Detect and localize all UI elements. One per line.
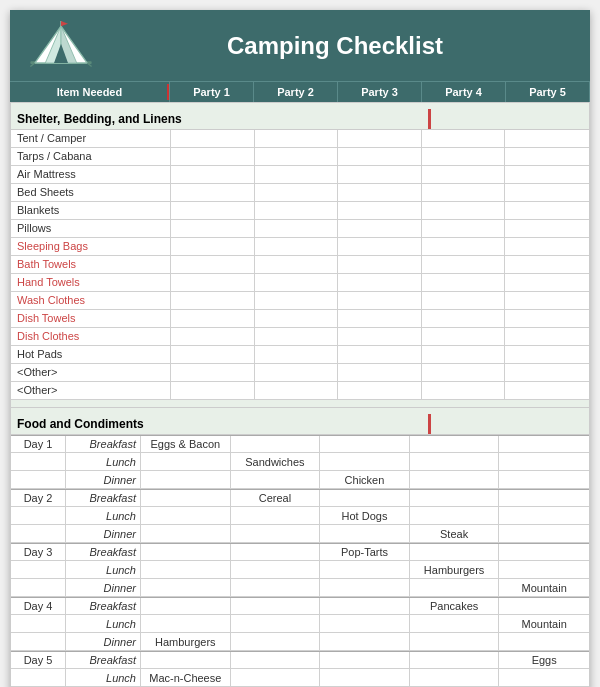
food-row: Lunch Sandwiches <box>11 453 589 471</box>
food-party-cell <box>410 633 500 650</box>
day-label: Day 5 <box>11 652 66 668</box>
food-party-cell: Eggs <box>499 652 589 668</box>
food-party-cell <box>231 579 321 596</box>
party-cell <box>422 382 506 399</box>
food-party-cell <box>141 561 231 578</box>
meal-cell: Dinner <box>66 633 141 650</box>
food-row: Day 4 Breakfast Pancakes <box>11 597 589 615</box>
food-party-cell <box>231 507 321 524</box>
meal-cell: Breakfast <box>66 490 141 506</box>
table-row: Hand Towels <box>11 274 589 292</box>
party-cell <box>338 346 422 363</box>
tent-icon <box>26 18 96 73</box>
meal-cell: Dinner <box>66 471 141 488</box>
food-party-cell <box>141 490 231 506</box>
food-row: Dinner Chicken <box>11 471 589 489</box>
party-cell <box>422 256 506 273</box>
food-party-cell: Mountain <box>499 615 589 632</box>
party-cell <box>505 292 589 309</box>
day-spacer <box>11 615 66 632</box>
food-party-cell <box>231 544 321 560</box>
food-party-cell <box>499 507 589 524</box>
day-label: Day 3 <box>11 544 66 560</box>
meal-cell: Lunch <box>66 453 141 470</box>
food-party-cell <box>499 633 589 650</box>
food-party-cell <box>141 544 231 560</box>
item-cell: Bath Towels <box>11 256 171 273</box>
party-cell <box>505 130 589 147</box>
party-cell <box>505 328 589 345</box>
food-row: Dinner Steak <box>11 525 589 543</box>
col-party5: Party 5 <box>506 82 590 102</box>
party-cell <box>422 202 506 219</box>
column-headers: Item Needed Party 1 Party 2 Party 3 Part… <box>10 81 590 102</box>
party-cell <box>338 328 422 345</box>
food-party-cell <box>499 561 589 578</box>
party-cell <box>338 274 422 291</box>
food-row: Lunch Hamburgers <box>11 561 589 579</box>
food-party-cell <box>499 598 589 614</box>
day-label: Day 1 <box>11 436 66 452</box>
party-cell <box>422 346 506 363</box>
party-cell <box>422 364 506 381</box>
col-party1: Party 1 <box>170 82 254 102</box>
table-row: Hot Pads <box>11 346 589 364</box>
party-cell <box>171 166 255 183</box>
meal-cell: Lunch <box>66 507 141 524</box>
food-party-cell <box>410 669 500 686</box>
food-party-cell <box>410 490 500 506</box>
item-cell: Dish Towels <box>11 310 171 327</box>
party-cell <box>171 364 255 381</box>
food-party-cell: Mac-n-Cheese <box>141 669 231 686</box>
table-row: Dish Clothes <box>11 328 589 346</box>
food-section-header: Food and Condiments <box>11 408 589 435</box>
table-row: Tarps / Cabana <box>11 148 589 166</box>
table-row: Pillows <box>11 220 589 238</box>
party-cell <box>338 202 422 219</box>
meal-cell: Breakfast <box>66 544 141 560</box>
food-row: Day 2 Breakfast Cereal <box>11 489 589 507</box>
food-party-cell <box>231 436 321 452</box>
food-party-cell <box>231 561 321 578</box>
table-row: <Other> <box>11 364 589 382</box>
food-party-cell: Cereal <box>231 490 321 506</box>
party-cell <box>505 310 589 327</box>
food-party-cell: Hamburgers <box>141 633 231 650</box>
party-cell <box>505 184 589 201</box>
food-party-cell <box>141 507 231 524</box>
food-party-cell <box>410 544 500 560</box>
food-party-cell <box>141 598 231 614</box>
item-cell: Pillows <box>11 220 171 237</box>
party-cell <box>338 292 422 309</box>
item-cell: Sleeping Bags <box>11 238 171 255</box>
party-cell <box>171 310 255 327</box>
food-party-cell: Mountain <box>499 579 589 596</box>
party-cell <box>255 274 339 291</box>
food-party-cell <box>410 652 500 668</box>
meal-cell: Lunch <box>66 561 141 578</box>
food-party-cell <box>231 652 321 668</box>
party-cell <box>171 382 255 399</box>
party-cell <box>422 328 506 345</box>
day-spacer <box>11 525 66 542</box>
party-cell <box>338 310 422 327</box>
food-party-cell: Eggs & Bacon <box>141 436 231 452</box>
party-cell <box>338 220 422 237</box>
food-party-cell: Sandwiches <box>231 453 321 470</box>
table-row: Blankets <box>11 202 589 220</box>
food-row: Day 1 Breakfast Eggs & Bacon <box>11 435 589 453</box>
day-spacer <box>11 471 66 488</box>
food-party-cell <box>410 453 500 470</box>
food-party-cell <box>141 525 231 542</box>
food-party-cell <box>141 615 231 632</box>
party-cell <box>422 130 506 147</box>
meal-cell: Breakfast <box>66 598 141 614</box>
food-party-cell <box>499 471 589 488</box>
party-cell <box>338 130 422 147</box>
party-cell <box>338 382 422 399</box>
meal-cell: Lunch <box>66 615 141 632</box>
party-cell <box>171 346 255 363</box>
food-party-cell <box>231 471 321 488</box>
party-cell <box>171 220 255 237</box>
food-party-cell: Pop-Tarts <box>320 544 410 560</box>
